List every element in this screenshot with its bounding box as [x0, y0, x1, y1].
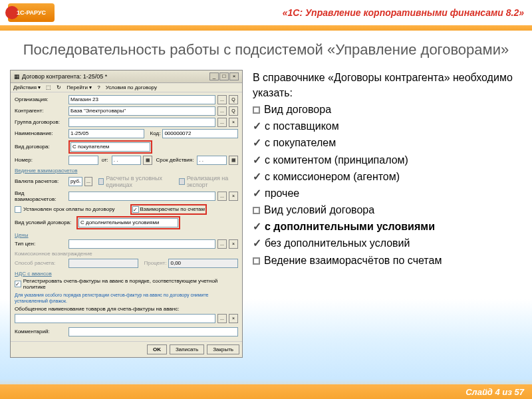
check-icon: ✓	[253, 135, 262, 150]
toolbar: Действия ▾ ⬚ ↻ Перейти ▾ ? Условия по до…	[11, 83, 242, 92]
calc-input	[68, 259, 138, 268]
goto-menu[interactable]: Перейти ▾	[66, 84, 92, 90]
section-vat: НДС с авансов	[15, 271, 238, 277]
logo: 1С-РАРУС	[8, 3, 55, 22]
chk-deadline[interactable]	[15, 206, 21, 213]
divider-bar	[0, 25, 532, 31]
contr-open[interactable]: Q	[229, 106, 238, 116]
chk-invoice[interactable]: ✓	[15, 281, 21, 287]
section-prices: Цены	[15, 232, 238, 238]
curr-label: Валюта расчетов:	[15, 178, 66, 184]
help-icon[interactable]: ?	[97, 84, 100, 90]
contr-label: Контрагент:	[15, 108, 66, 114]
bullet-square-icon	[253, 106, 260, 114]
group-clear[interactable]: ×	[229, 118, 238, 127]
slide-number: Слайд 4 из 57	[466, 387, 524, 397]
curr-input[interactable]: руб.	[68, 177, 82, 186]
num-input[interactable]	[68, 156, 98, 165]
org-open[interactable]: Q	[229, 95, 238, 104]
doc-icon: ▦	[14, 73, 20, 80]
org-input[interactable]: Магазин 23	[68, 95, 215, 104]
close-form-button[interactable]: Закрыть	[207, 344, 239, 354]
from-input[interactable]: . .	[112, 156, 142, 165]
term-input[interactable]: . .	[197, 156, 227, 165]
minimize-button[interactable]: _	[209, 72, 219, 80]
window-title: Договор контрагента: 1-25/05 *	[22, 73, 107, 80]
comment-label: Комментарий:	[15, 329, 66, 334]
section-settlements: Ведение взаиморасчетов	[15, 168, 238, 174]
check-icon: ✓	[253, 219, 262, 234]
ok-button[interactable]: OK	[147, 344, 167, 354]
gen-name-input[interactable]	[15, 314, 215, 323]
price-lookup[interactable]: ...	[217, 239, 227, 249]
org-lookup[interactable]: ...	[217, 95, 227, 104]
settl-input[interactable]	[68, 192, 215, 201]
close-button[interactable]: ×	[229, 72, 239, 80]
gen-lookup[interactable]: ...	[217, 314, 227, 323]
percent-input: 0,00	[168, 259, 238, 268]
intro-text: В справочнике «Договоры контрагента» нео…	[253, 70, 522, 100]
chk-export[interactable]	[179, 178, 184, 185]
check-icon: ✓	[253, 118, 262, 134]
comment-input[interactable]	[68, 327, 238, 336]
explanation-text: В справочнике «Договоры контрагента» нео…	[253, 70, 522, 358]
footer-bar	[0, 384, 532, 399]
chk-accounts[interactable]: ✓	[132, 206, 139, 213]
group-input[interactable]	[68, 118, 215, 127]
price-clear[interactable]: ×	[229, 239, 238, 249]
name-input[interactable]: 1-25/05	[68, 129, 144, 138]
conditions-button[interactable]: Условия по договору	[106, 84, 157, 90]
chk-conditional[interactable]	[98, 178, 104, 185]
note-text: Для указания особого порядка регистрации…	[15, 292, 238, 304]
pricetype-label: Тип цен:	[15, 241, 66, 247]
top-bar: 1С-РАРУС «1С: Управление корпоративными …	[0, 0, 532, 25]
code-label: Код:	[150, 130, 161, 136]
check-icon: ✓	[253, 152, 262, 168]
settl-lookup[interactable]: ...	[217, 192, 227, 201]
group-lookup[interactable]: ...	[217, 118, 227, 127]
settl-label: Вид взаиморасчетов:	[15, 190, 66, 202]
check-icon: ✓	[253, 186, 262, 201]
app-window: ▦Договор контрагента: 1-25/05 * _ □ × Де…	[10, 70, 243, 358]
num-label: Номер:	[15, 157, 66, 163]
tb-icon-2[interactable]: ↻	[57, 84, 61, 90]
tb-icon-1[interactable]: ⬚	[46, 84, 51, 90]
slide-title: Последовательность работы с подсистемой …	[0, 41, 532, 70]
condtype-label: Вид условий договора:	[15, 219, 74, 225]
org-label: Организация:	[15, 96, 66, 102]
bullet-square-icon	[253, 257, 260, 265]
contr-input[interactable]: База "Электротовары"	[68, 106, 215, 116]
check-icon: ✓	[253, 169, 262, 184]
date-picker-1[interactable]: ▦	[143, 156, 152, 165]
type-label: Вид договора:	[15, 144, 66, 150]
section-commission: Комиссионное вознаграждение	[15, 251, 238, 257]
bullet-square-icon	[253, 207, 260, 214]
name-label: Наименование:	[15, 130, 66, 136]
code-input[interactable]: 000000072	[162, 129, 238, 138]
check-icon: ✓	[253, 235, 262, 251]
maximize-button[interactable]: □	[219, 72, 229, 80]
product-title: «1С: Управление корпоративными финансами…	[283, 7, 524, 18]
curr-lookup[interactable]: ...	[84, 177, 92, 186]
window-titlebar: ▦Договор контрагента: 1-25/05 * _ □ ×	[11, 70, 242, 83]
save-button[interactable]: Записать	[170, 344, 204, 354]
settl-clear[interactable]: ×	[229, 192, 238, 201]
calc-label: Способ расчета:	[15, 260, 66, 266]
gen-name-label: Обобщенное наименование товаров для счет…	[15, 306, 238, 312]
condtype-input[interactable]: С дополнительными условиями	[78, 218, 178, 227]
contr-lookup[interactable]: ...	[217, 106, 227, 116]
actions-menu[interactable]: Действия ▾	[13, 84, 41, 90]
date-picker-2[interactable]: ▦	[229, 156, 238, 165]
pricetype-input[interactable]	[68, 239, 215, 249]
group-label: Группа договоров:	[15, 119, 66, 125]
type-input[interactable]: С покупателем	[70, 142, 150, 152]
gen-clear[interactable]: ×	[229, 314, 238, 323]
